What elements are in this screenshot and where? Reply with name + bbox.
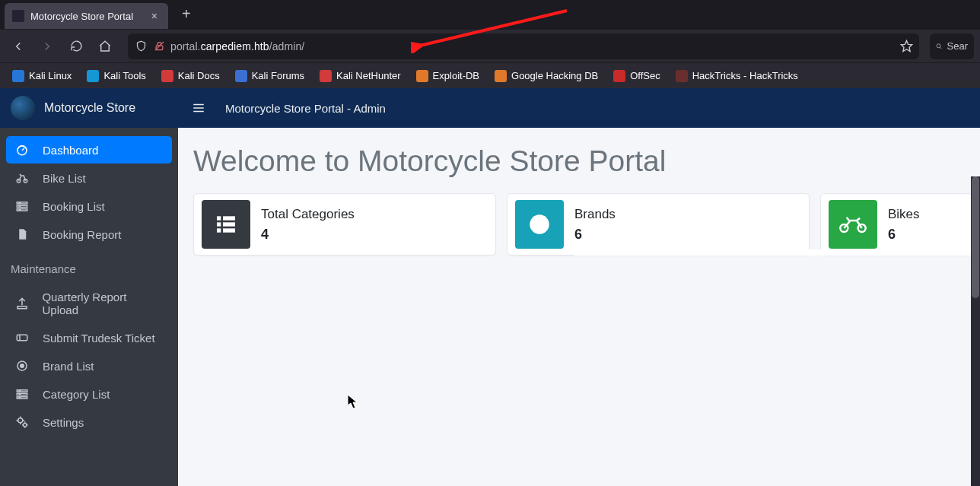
tab-bar: Motorcycle Store Portal × +	[0, 0, 980, 29]
address-bar[interactable]: portal.carpediem.htb/admin/	[128, 33, 919, 59]
back-button[interactable]	[6, 34, 30, 59]
upload-icon	[15, 297, 31, 310]
motorcycle-icon	[829, 200, 877, 249]
card-value: 4	[261, 227, 355, 243]
svg-rect-19	[21, 390, 27, 392]
bookmark-label: Kali Docs	[178, 70, 220, 81]
bookmarks-bar: Kali LinuxKali ToolsKali DocsKali Forums…	[0, 62, 980, 88]
svg-point-17	[21, 364, 24, 368]
svg-rect-34	[223, 228, 235, 232]
card-total-categories: Total Categories 4	[193, 193, 496, 256]
sidebar-item-label: Category List	[43, 388, 110, 401]
sidebar-item-brand-list[interactable]: Brand List	[6, 352, 172, 380]
search-box[interactable]: Sear	[930, 33, 974, 59]
bookmark-favicon	[87, 70, 99, 82]
sidebar-item-booking-list[interactable]: Booking List	[6, 192, 172, 220]
card-title: Brands	[574, 207, 616, 222]
svg-rect-14	[18, 307, 27, 309]
svg-rect-20	[17, 393, 19, 395]
sidebar-item-label: Submit Trudesk Ticket	[43, 332, 155, 345]
svg-rect-10	[17, 205, 19, 207]
file-icon	[15, 227, 32, 241]
tach-icon	[15, 143, 32, 157]
ticket-icon	[15, 331, 32, 345]
search-label: Sear	[947, 40, 968, 52]
svg-rect-15	[17, 335, 27, 341]
bookmark-item[interactable]: HackTricks - HackTricks	[670, 67, 804, 85]
bookmark-item[interactable]: Kali NetHunter	[313, 67, 407, 85]
sidebar-item-bike-list[interactable]: Bike List	[6, 164, 172, 192]
bookmark-favicon	[235, 70, 247, 82]
svg-rect-33	[217, 228, 221, 232]
bookmark-item[interactable]: OffSec	[607, 67, 667, 85]
bookmark-item[interactable]: Kali Forums	[229, 67, 310, 85]
tab-favicon	[12, 10, 24, 22]
sidebar-item-label: Brand List	[43, 360, 94, 373]
bookmark-item[interactable]: Exploit-DB	[410, 67, 485, 85]
main: Welcome to Motorcycle Store Portal Total…	[178, 128, 980, 256]
new-tab-button[interactable]: +	[174, 0, 199, 29]
svg-point-25	[24, 424, 27, 427]
bookmark-label: Kali Linux	[29, 70, 72, 81]
bookmark-favicon	[320, 70, 332, 82]
list-icon	[15, 199, 32, 213]
url-path: /admin/	[269, 40, 305, 52]
bookmark-item[interactable]: Google Hacking DB	[488, 67, 604, 85]
bookmark-favicon	[495, 70, 507, 82]
hamburger-button[interactable]	[192, 101, 208, 115]
home-button[interactable]	[93, 34, 117, 59]
forward-button[interactable]	[35, 34, 59, 59]
card-value: 6	[574, 227, 616, 243]
bookmark-favicon	[12, 70, 24, 82]
bookmark-item[interactable]: Kali Docs	[155, 67, 226, 85]
svg-point-24	[18, 418, 23, 423]
svg-rect-11	[21, 205, 27, 207]
sidebar-item-label: Booking List	[43, 200, 105, 213]
svg-rect-22	[17, 397, 19, 399]
topbar-title: Motorcycle Store Portal - Admin	[225, 102, 386, 115]
circle-icon	[15, 359, 32, 373]
bookmark-item[interactable]: Kali Tools	[81, 67, 151, 85]
svg-rect-13	[21, 209, 27, 211]
bookmark-star-icon[interactable]	[900, 40, 913, 52]
bookmark-item[interactable]: Kali Linux	[6, 67, 78, 85]
bookmark-label: Exploit-DB	[433, 70, 479, 81]
bookmark-favicon	[613, 70, 625, 82]
bookmark-label: Google Hacking DB	[511, 70, 598, 81]
svg-point-3	[937, 43, 940, 47]
svg-rect-21	[21, 393, 27, 395]
svg-rect-18	[17, 390, 19, 392]
browser-tab[interactable]: Motorcycle Store Portal ×	[5, 3, 168, 29]
bookmark-favicon	[416, 70, 428, 82]
sidebar-item-label: Bike List	[43, 172, 86, 185]
sidebar-item-label: Dashboard	[43, 144, 98, 157]
sidebar-nav-maintenance: Quarterly Report UploadSubmit Trudesk Ti…	[0, 280, 178, 440]
card-brands: C Brands 6	[507, 193, 810, 256]
card-title: Total Categories	[261, 207, 355, 222]
vertical-scrollbar[interactable]	[971, 176, 980, 486]
copyright-icon: C	[515, 200, 564, 249]
sidebar-item-label: Quarterly Report Upload	[42, 291, 163, 316]
tab-title: Motorcycle Store Portal	[30, 11, 133, 22]
sidebar-item-booking-report[interactable]: Booking Report	[6, 221, 172, 248]
sidebar-item-quarterly-report-upload[interactable]: Quarterly Report Upload	[6, 284, 172, 323]
sidebar-item-category-list[interactable]: Category List	[6, 380, 172, 408]
reload-button[interactable]	[64, 34, 88, 59]
scrollbar-thumb[interactable]	[972, 176, 979, 298]
brand-text: Motorcycle Store	[44, 101, 135, 115]
svg-rect-9	[21, 202, 27, 204]
sidebar-item-dashboard[interactable]: Dashboard	[6, 136, 172, 164]
sidebar-item-submit-trudesk-ticket[interactable]: Submit Trudesk Ticket	[6, 324, 172, 351]
toolbar: portal.carpediem.htb/admin/ Sear	[0, 29, 980, 62]
card-bikes: Bikes 6	[820, 193, 972, 256]
sidebar-brand[interactable]: Motorcycle Store	[0, 88, 178, 128]
carousel[interactable]	[574, 249, 980, 256]
url-text: portal.carpediem.htb/admin/	[170, 40, 304, 52]
tab-close-button[interactable]: ×	[148, 10, 161, 22]
bookmark-label: Kali Tools	[103, 70, 145, 81]
svg-marker-2	[901, 40, 912, 51]
lock-insecure-icon	[152, 40, 166, 52]
page-title: Welcome to Motorcycle Store Portal	[193, 145, 965, 178]
bike-icon	[15, 171, 32, 185]
sidebar-item-settings[interactable]: Settings	[6, 408, 172, 436]
